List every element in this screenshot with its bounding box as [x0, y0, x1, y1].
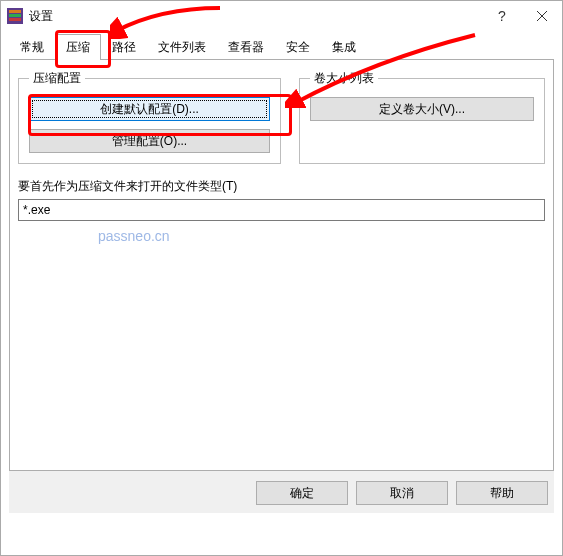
tab-bar: 常规 压缩 路径 文件列表 查看器 安全 集成 [9, 31, 554, 59]
group-compress-legend: 压缩配置 [29, 70, 85, 87]
group-volume-sizes: 卷大小列表 定义卷大小(V)... [299, 70, 545, 164]
help-footer-button[interactable]: 帮助 [456, 481, 548, 505]
tab-filelist[interactable]: 文件列表 [147, 34, 217, 60]
client-area: 常规 压缩 路径 文件列表 查看器 安全 集成 压缩配置 创建默认配置(D)..… [1, 31, 562, 555]
manage-profiles-button[interactable]: 管理配置(O)... [29, 129, 270, 153]
tab-viewer[interactable]: 查看器 [217, 34, 275, 60]
svg-text:?: ? [498, 9, 506, 23]
tab-general[interactable]: 常规 [9, 34, 55, 60]
create-default-profile-button[interactable]: 创建默认配置(D)... [29, 97, 270, 121]
app-icon [7, 8, 23, 24]
svg-rect-1 [9, 10, 21, 13]
tab-panel: 压缩配置 创建默认配置(D)... 管理配置(O)... 卷大小列表 定义卷大小… [9, 59, 554, 471]
tab-paths[interactable]: 路径 [101, 34, 147, 60]
settings-window: 设置 ? 常规 压缩 路径 文件列表 查看器 安全 集成 压缩配置 [0, 0, 563, 556]
titlebar: 设置 ? [1, 1, 562, 31]
svg-rect-2 [9, 14, 21, 17]
tab-security[interactable]: 安全 [275, 34, 321, 60]
open-as-archive-label: 要首先作为压缩文件来打开的文件类型(T) [18, 178, 545, 195]
define-volume-sizes-button[interactable]: 定义卷大小(V)... [310, 97, 534, 121]
open-as-archive-input[interactable] [18, 199, 545, 221]
svg-rect-3 [9, 18, 21, 21]
group-compress-profiles: 压缩配置 创建默认配置(D)... 管理配置(O)... [18, 70, 281, 164]
dialog-footer: 确定 取消 帮助 [9, 471, 554, 513]
close-button[interactable] [522, 2, 562, 30]
tab-integration[interactable]: 集成 [321, 34, 367, 60]
ok-button[interactable]: 确定 [256, 481, 348, 505]
help-button[interactable]: ? [482, 2, 522, 30]
tab-compress[interactable]: 压缩 [55, 34, 101, 60]
cancel-button[interactable]: 取消 [356, 481, 448, 505]
window-title: 设置 [29, 8, 482, 25]
group-volume-legend: 卷大小列表 [310, 70, 378, 87]
